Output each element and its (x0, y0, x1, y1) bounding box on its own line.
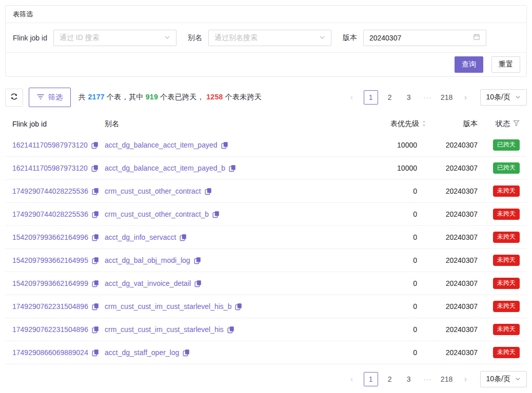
table-stats: 共 2177 个表，其中 919 个表已跨天， 1258 个表未跨天 (78, 93, 262, 102)
pagination-top: ‹ 1 2 3 ··· 218 › 10条/页 (345, 89, 527, 106)
alias-link[interactable]: crm_cust_cust_im_cust_starlevel_his_b (105, 302, 231, 311)
filter-card-title: 表筛选 (6, 6, 526, 23)
copy-icon[interactable] (227, 326, 234, 334)
flink-job-id-link[interactable]: 1749290762231504896 (12, 302, 88, 311)
page-button-last[interactable]: 218 (440, 90, 454, 105)
stats-mid2: 个表已跨天， (158, 93, 206, 101)
copy-icon[interactable] (92, 326, 99, 334)
job-id-placeholder: 通过 ID 搜索 (60, 33, 100, 43)
copy-icon[interactable] (92, 280, 99, 287)
alias-link[interactable]: acct_dg_vat_invoice_detail (105, 279, 191, 287)
chevron-down-icon (164, 33, 170, 43)
page-ellipsis[interactable]: ··· (421, 372, 435, 386)
table-row: 1749290744028225536 crm_cust_cust_other_… (5, 180, 527, 203)
flink-job-id-link[interactable]: 1749290744028225536 (12, 210, 88, 218)
copy-icon[interactable] (91, 164, 98, 172)
copy-icon[interactable] (92, 188, 99, 195)
query-button[interactable]: 查询 (455, 56, 483, 73)
funnel-filter-icon[interactable] (513, 120, 520, 128)
next-page-button[interactable]: › (459, 372, 473, 386)
copy-icon[interactable] (194, 257, 201, 264)
flink-job-id-link[interactable]: 1621411705987973120 (12, 141, 88, 149)
flink-job-id-link[interactable]: 1749290866069889024 (12, 348, 88, 357)
copy-icon[interactable] (194, 280, 202, 287)
copy-icon[interactable] (92, 257, 99, 264)
alias-label: 别名 (188, 33, 202, 43)
flink-job-id-link[interactable]: 1749290762231504896 (12, 325, 88, 334)
alias-select[interactable]: 通过别名搜索 (208, 30, 331, 46)
page-button-last[interactable]: 218 (440, 372, 454, 386)
status-badge: 未跨天 (493, 301, 520, 312)
copy-icon[interactable] (212, 211, 220, 218)
flink-job-id-link[interactable]: 1542097993662164996 (12, 233, 88, 241)
alias-link[interactable]: acct_dg_balance_acct_item_payed_b (105, 164, 225, 172)
copy-icon[interactable] (91, 141, 98, 149)
alias-link[interactable]: crm_cust_cust_other_contract_b (105, 210, 209, 218)
version-label: 版本 (343, 33, 357, 43)
copy-icon[interactable] (92, 211, 99, 218)
copy-icon[interactable] (92, 234, 99, 241)
priority-value: 0 (361, 187, 426, 195)
job-id-select[interactable]: 通过 ID 搜索 (53, 30, 176, 46)
version-value: 20240307 (426, 210, 478, 218)
status-badge: 已跨天 (493, 139, 520, 150)
status-badge: 未跨天 (493, 209, 520, 219)
alias-placeholder: 通过别名搜索 (214, 33, 258, 43)
page-button-1[interactable]: 1 (364, 372, 378, 386)
job-id-label: Flink job id (13, 34, 47, 42)
total-count: 2177 (88, 93, 105, 101)
alias-link[interactable]: acct_dg_info_servacct (105, 233, 176, 241)
priority-value: 0 (361, 210, 426, 218)
prev-page-button[interactable]: ‹ (345, 90, 359, 105)
version-value: 20240307 (426, 348, 478, 357)
page-size-select[interactable]: 10条/页 (480, 371, 527, 387)
copy-icon[interactable] (221, 141, 228, 149)
table-row: 1542097993662164995 acct_dg_bal_obj_modi… (5, 249, 527, 272)
table-row: 1749290866069889024 acct_dg_staff_oper_l… (5, 341, 527, 364)
next-page-button[interactable]: › (459, 90, 473, 105)
filter-button[interactable]: 筛选 (29, 88, 71, 107)
column-header-status: 状态 (478, 119, 527, 129)
table-row: 1621411705987973120 acct_dg_balance_acct… (5, 134, 527, 157)
page-size-value: 10条/页 (486, 375, 510, 384)
copy-icon[interactable] (183, 349, 190, 357)
table-header-row: Flink job id 别名 表优先级 版本 状态 (5, 114, 527, 134)
filter-actions-row: 查询 重置 (6, 53, 526, 76)
version-value: 20240307 (426, 325, 478, 334)
page-button-1[interactable]: 1 (364, 90, 378, 105)
version-value: 20240307 (426, 187, 478, 195)
alias-link[interactable]: crm_cust_cust_other_contract (105, 187, 201, 195)
flink-job-id-link[interactable]: 1542097993662164995 (12, 256, 88, 264)
page-button-3[interactable]: 3 (402, 90, 416, 105)
flink-job-id-link[interactable]: 1621411705987973120 (12, 164, 88, 172)
copy-icon[interactable] (229, 164, 236, 172)
flink-job-id-link[interactable]: 1542097993662164999 (12, 279, 88, 287)
stats-suffix: 个表未跨天 (223, 93, 262, 101)
alias-link[interactable]: acct_dg_staff_oper_log (105, 348, 179, 357)
status-badge: 已跨天 (493, 162, 520, 173)
copy-icon[interactable] (92, 349, 99, 357)
sort-icon[interactable] (422, 120, 426, 129)
status-badge: 未跨天 (493, 185, 520, 196)
flink-job-id-link[interactable]: 1749290744028225536 (12, 187, 88, 195)
table-body: 1621411705987973120 acct_dg_balance_acct… (5, 134, 527, 364)
version-date-input[interactable]: 20240307 (363, 30, 486, 46)
copy-icon[interactable] (92, 303, 99, 311)
page-size-select[interactable]: 10条/页 (480, 89, 527, 106)
table-toolbar: 筛选 共 2177 个表，其中 919 个表已跨天， 1258 个表未跨天 ‹ … (5, 88, 527, 107)
copy-icon[interactable] (235, 303, 242, 311)
page-button-2[interactable]: 2 (383, 90, 397, 105)
reset-button[interactable]: 重置 (491, 56, 520, 73)
version-value: 20240307 (426, 279, 478, 287)
alias-link[interactable]: acct_dg_bal_obj_modi_log (105, 256, 190, 264)
prev-page-button[interactable]: ‹ (345, 372, 359, 386)
status-header-label: 状态 (496, 119, 510, 129)
page-button-3[interactable]: 3 (402, 372, 416, 386)
page-ellipsis[interactable]: ··· (421, 90, 435, 105)
alias-link[interactable]: acct_dg_balance_acct_item_payed (105, 141, 218, 149)
alias-link[interactable]: crm_cust_cust_im_cust_starlevel_his (105, 325, 224, 334)
refresh-button[interactable] (5, 89, 23, 107)
copy-icon[interactable] (205, 188, 212, 195)
copy-icon[interactable] (180, 234, 187, 241)
page-button-2[interactable]: 2 (383, 372, 397, 386)
